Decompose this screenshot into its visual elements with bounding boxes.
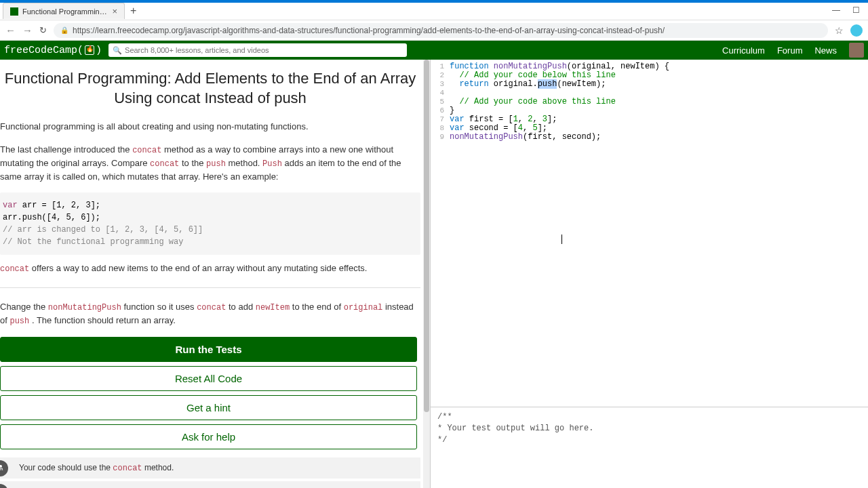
divider (0, 287, 420, 288)
nav-back-icon[interactable]: ← (5, 24, 16, 36)
challenge-pane: Functional Programming: Add Elements to … (0, 60, 431, 488)
code-line[interactable]: 9nonMutatingPush(first, second); (431, 133, 868, 142)
search-input[interactable] (125, 46, 403, 54)
site-logo[interactable]: freeCodeCamp() (4, 45, 102, 56)
browser-tab[interactable]: Functional Programming: Add El × (3, 3, 125, 19)
url-bar[interactable]: 🔒 https://learn.freecodecamp.org/javascr… (54, 23, 828, 38)
run-tests-button[interactable]: Run the Tests (0, 337, 417, 362)
left-scrollbar[interactable] (423, 60, 430, 488)
profile-avatar-icon[interactable] (850, 24, 863, 37)
search-icon: 🔍 (113, 46, 122, 55)
challenge-title: Functional Programming: Add Elements to … (0, 69, 420, 108)
reload-icon[interactable]: ↻ (39, 25, 47, 35)
test-item: ⚗Your code should not use the push metho… (0, 481, 420, 488)
reset-code-button[interactable]: Reset All Code (0, 366, 417, 391)
code-example: var arr = [1, 2, 3]; arr.push([4, 5, 6])… (0, 192, 420, 255)
url-text: https://learn.freecodecamp.org/javascrip… (73, 26, 665, 35)
get-hint-button[interactable]: Get a hint (0, 395, 417, 420)
tab-close-icon[interactable]: × (112, 6, 117, 16)
user-avatar[interactable] (849, 43, 864, 58)
flask-icon: ⚗ (0, 460, 8, 476)
text-cursor (561, 235, 562, 244)
window-maximize-icon[interactable]: ☐ (852, 5, 860, 15)
nav-news[interactable]: News (814, 45, 837, 56)
code-line[interactable]: 3 return original.push(newItem); (431, 80, 868, 89)
nav-forum[interactable]: Forum (777, 45, 803, 56)
search-box[interactable]: 🔍 (108, 43, 407, 57)
ask-help-button[interactable]: Ask for help (0, 424, 417, 449)
browser-titlebar: Functional Programming: Add El × + — ☐ (0, 0, 868, 20)
challenge-description: Functional programming is all about crea… (0, 120, 420, 327)
test-output-console: /** * Your test output will go here. */ (431, 407, 868, 488)
editor-pane: 1function nonMutatingPush(original, newI… (431, 60, 868, 488)
test-item: ⚗Your code should use the concat method. (0, 458, 420, 479)
code-line[interactable]: 5 // Add your code above this line (431, 98, 868, 106)
tab-favicon (10, 7, 18, 16)
window-minimize-icon[interactable]: — (832, 5, 840, 15)
new-tab-button[interactable]: + (130, 5, 136, 17)
bookmark-star-icon[interactable]: ☆ (835, 25, 844, 36)
site-header: freeCodeCamp() 🔍 Curriculum Forum News (0, 41, 868, 60)
tab-title: Functional Programming: Add El (22, 7, 108, 16)
fire-icon (85, 45, 94, 55)
address-bar-row: ← → ↻ 🔒 https://learn.freecodecamp.org/j… (0, 20, 868, 41)
code-editor[interactable]: 1function nonMutatingPush(original, newI… (431, 60, 868, 407)
tests-list: ⚗Your code should use the concat method.… (0, 458, 420, 488)
nav-forward-icon[interactable]: → (22, 24, 33, 36)
nav-curriculum[interactable]: Curriculum (722, 45, 765, 56)
lock-icon: 🔒 (60, 26, 68, 34)
flask-icon: ⚗ (0, 484, 8, 488)
